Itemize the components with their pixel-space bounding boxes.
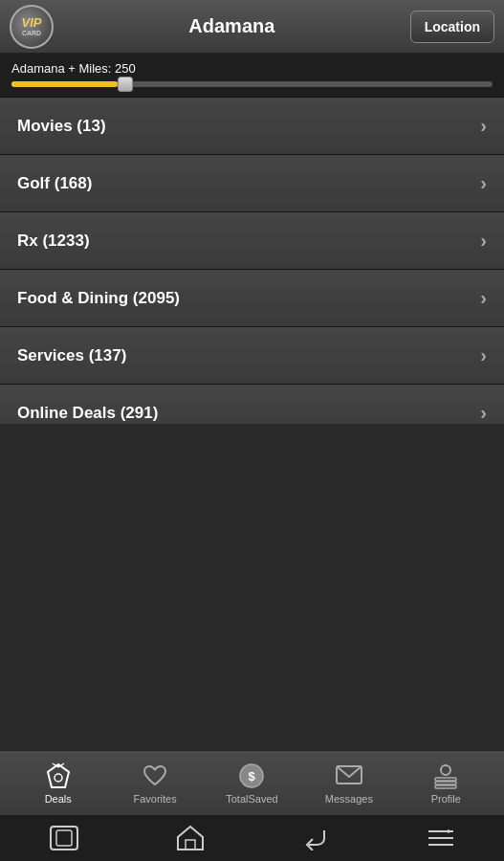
category-item-golf[interactable]: Golf (168)› (0, 155, 504, 212)
chevron-icon-movies: › (480, 115, 487, 137)
favorites-label: Favorites (133, 793, 176, 805)
category-name-rx: Rx (1233) (17, 232, 90, 251)
svg-rect-12 (56, 830, 72, 846)
system-return-icon[interactable] (301, 826, 330, 850)
slider-thumb[interactable] (118, 77, 133, 92)
bottom-nav: Deals Favorites $ TotalSaved Messages (0, 750, 504, 815)
svg-point-7 (441, 765, 450, 775)
chevron-icon-golf: › (480, 172, 487, 194)
system-menu-icon[interactable] (427, 828, 455, 849)
category-item-movies[interactable]: Movies (13)› (0, 98, 504, 155)
deals-icon (44, 762, 73, 790)
logo-text: VIP CARD (22, 16, 42, 37)
category-list: Movies (13)›Golf (168)›Rx (1233)›Food & … (0, 98, 504, 424)
header: VIP CARD Adamana Location (0, 0, 504, 54)
category-item-rx[interactable]: Rx (1233)› (0, 212, 504, 270)
nav-item-deals[interactable]: Deals (30, 762, 87, 805)
nav-item-profile[interactable]: Profile (417, 762, 474, 805)
system-back-icon[interactable] (49, 825, 79, 851)
chevron-icon-online-deals: › (480, 402, 487, 424)
category-item-services[interactable]: Services (137)› (0, 327, 504, 385)
totalsaved-icon: $ (237, 762, 266, 790)
slider-area: Adamana + Miles: 250 (0, 54, 504, 98)
profile-label: Profile (431, 793, 461, 805)
totalsaved-label: TotalSaved (226, 793, 277, 805)
svg-rect-14 (186, 840, 195, 850)
svg-marker-13 (178, 827, 203, 850)
category-item-food-dining[interactable]: Food & Dining (2095)› (0, 270, 504, 327)
svg-text:$: $ (249, 769, 256, 784)
empty-area (0, 424, 504, 750)
chevron-icon-food-dining: › (480, 287, 487, 309)
nav-item-totalsaved[interactable]: $ TotalSaved (223, 762, 280, 805)
svg-rect-9 (435, 782, 456, 784)
location-button[interactable]: Location (410, 11, 494, 43)
messages-icon (335, 762, 363, 790)
svg-rect-8 (435, 778, 456, 781)
category-name-food-dining: Food & Dining (2095) (17, 289, 180, 308)
category-name-services: Services (137) (17, 346, 126, 365)
favorites-icon (141, 762, 169, 790)
slider-label: Adamana + Miles: 250 (11, 61, 493, 76)
category-name-online-deals: Online Deals (291) (17, 404, 158, 423)
nav-item-messages[interactable]: Messages (320, 762, 378, 805)
category-name-golf: Golf (168) (17, 174, 92, 193)
messages-label: Messages (325, 793, 373, 805)
logo: VIP CARD (10, 5, 54, 49)
slider-fill (11, 81, 118, 87)
category-item-online-deals[interactable]: Online Deals (291)› (0, 385, 504, 424)
svg-rect-10 (435, 785, 456, 788)
chevron-icon-services: › (480, 344, 487, 366)
nav-item-favorites[interactable]: Favorites (126, 762, 184, 805)
profile-icon (431, 762, 460, 790)
system-home-icon[interactable] (176, 824, 205, 852)
header-title: Adamana (54, 15, 410, 37)
category-name-movies: Movies (13) (17, 117, 106, 136)
system-bar (0, 815, 504, 861)
svg-point-0 (55, 774, 62, 782)
deals-label: Deals (45, 793, 72, 805)
chevron-icon-rx: › (480, 230, 487, 252)
slider-track[interactable] (11, 81, 493, 87)
